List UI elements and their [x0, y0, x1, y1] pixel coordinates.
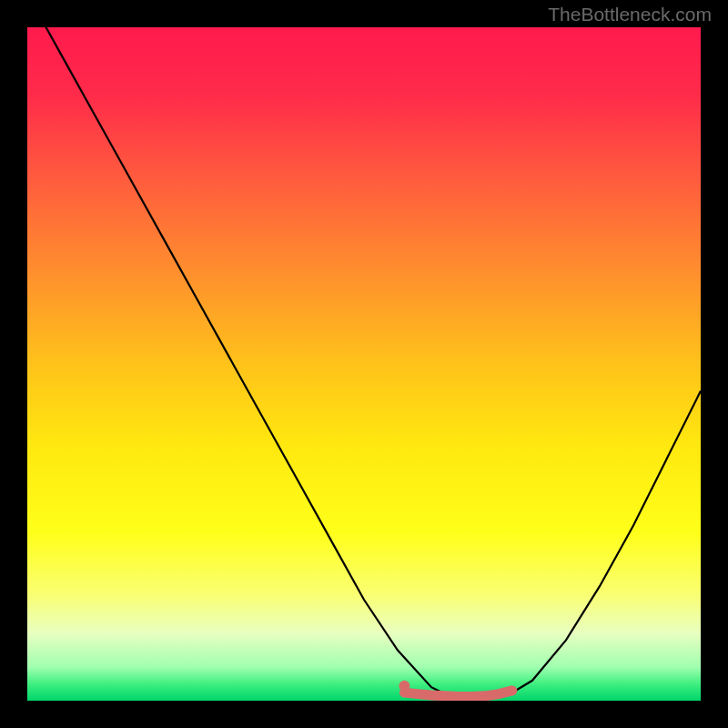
chart-curve-layer [27, 27, 701, 701]
attribution-text: TheBottleneck.com [548, 4, 712, 25]
chart-plot-area [27, 27, 701, 701]
bottleneck-curve [27, 27, 701, 697]
optimal-range-band [404, 691, 511, 697]
optimal-marker-dot [399, 681, 410, 692]
